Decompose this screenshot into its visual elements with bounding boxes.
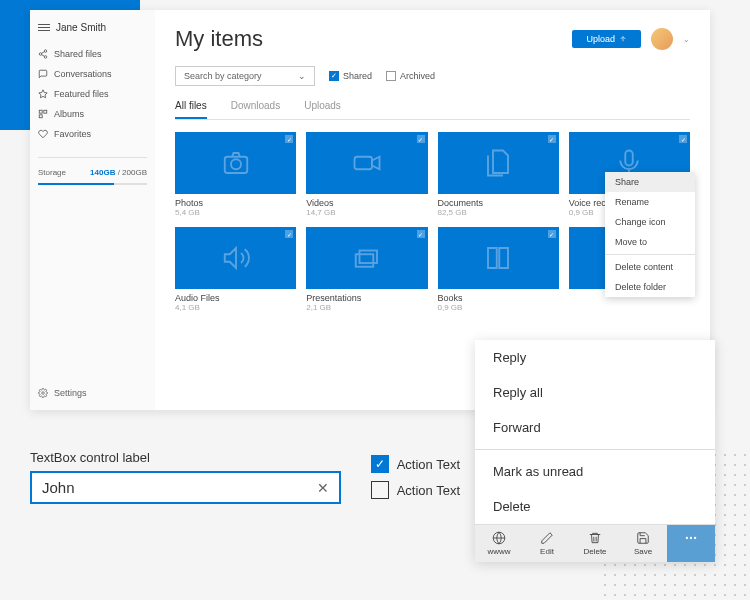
video-icon — [352, 148, 382, 178]
storage-total: 200GB — [122, 168, 147, 177]
mail-context-menu: Reply Reply all Forward Mark as unread D… — [475, 340, 715, 562]
star-icon — [38, 89, 48, 99]
user-header[interactable]: Jane Smith — [38, 22, 147, 33]
book-icon — [483, 243, 513, 273]
albums-icon — [38, 109, 48, 119]
folder-photos[interactable]: ✓ Photos 5,4 GB — [175, 132, 296, 217]
sidebar-item-label: Albums — [54, 109, 84, 119]
svg-rect-4 — [39, 110, 42, 113]
page-title: My items — [175, 26, 263, 52]
sidebar: Jane Smith Shared files Conversations Fe… — [30, 10, 155, 410]
category-select[interactable]: Search by category ⌄ — [175, 66, 315, 86]
textbox-label: TextBox control label — [30, 450, 341, 465]
upload-button[interactable]: Upload — [572, 30, 641, 48]
sidebar-item-conversations[interactable]: Conversations — [38, 69, 147, 79]
context-delete-folder[interactable]: Delete folder — [605, 277, 695, 297]
sidebar-item-albums[interactable]: Albums — [38, 109, 147, 119]
action-checkbox-1[interactable]: ✓ Action Text — [371, 455, 460, 473]
filter-shared[interactable]: ✓ Shared — [329, 71, 372, 81]
chevron-down-icon: ⌄ — [298, 71, 306, 81]
svg-point-15 — [686, 537, 688, 539]
svg-rect-11 — [626, 151, 634, 166]
pencil-icon — [540, 531, 554, 545]
checkbox-checked-icon: ✓ — [371, 455, 389, 473]
checkbox-icon — [386, 71, 396, 81]
chevron-down-icon[interactable]: ⌄ — [683, 35, 690, 44]
upload-icon — [619, 35, 627, 43]
sidebar-item-shared-files[interactable]: Shared files — [38, 49, 147, 59]
svg-point-0 — [44, 50, 47, 53]
speaker-icon — [221, 243, 251, 273]
svg-rect-6 — [39, 115, 42, 118]
folder-videos[interactable]: ✓ Videos 14,7 GB — [306, 132, 427, 217]
avatar[interactable] — [651, 28, 673, 50]
tab-downloads[interactable]: Downloads — [231, 100, 280, 119]
folder-presentations[interactable]: ✓ Presentations 2,1 GB — [306, 227, 427, 312]
context-move-to[interactable]: Move to — [605, 232, 695, 252]
sidebar-item-label: Favorites — [54, 129, 91, 139]
textbox-wrap: ✕ — [30, 471, 341, 504]
action-checkbox-2[interactable]: Action Text — [371, 481, 460, 499]
context-change-icon[interactable]: Change icon — [605, 212, 695, 232]
tool-save[interactable]: Save — [619, 525, 667, 562]
checkbox-icon: ✓ — [329, 71, 339, 81]
sidebar-item-favorites[interactable]: Favorites — [38, 129, 147, 139]
camera-icon — [221, 148, 251, 178]
context-share[interactable]: Share — [605, 172, 695, 192]
sidebar-item-label: Shared files — [54, 49, 102, 59]
svg-point-17 — [694, 537, 696, 539]
folder-books[interactable]: ✓ Books 0,9 GB — [438, 227, 559, 312]
svg-point-7 — [42, 392, 45, 395]
svg-marker-3 — [39, 90, 47, 98]
svg-rect-10 — [354, 157, 372, 170]
mail-reply[interactable]: Reply — [475, 340, 715, 375]
tool-wwww[interactable]: wwww — [475, 525, 523, 562]
filter-archived[interactable]: Archived — [386, 71, 435, 81]
tool-edit[interactable]: Edit — [523, 525, 571, 562]
svg-point-2 — [44, 56, 47, 59]
user-name: Jane Smith — [56, 22, 106, 33]
trash-icon — [588, 531, 602, 545]
storage-section: Storage 140GB / 200GB — [38, 157, 147, 185]
sidebar-item-label: Featured files — [54, 89, 109, 99]
context-rename[interactable]: Rename — [605, 192, 695, 212]
svg-point-9 — [231, 159, 241, 169]
folder-audio[interactable]: ✓ Audio Files 4,1 GB — [175, 227, 296, 312]
gear-icon — [38, 388, 48, 398]
tool-more[interactable] — [667, 525, 715, 562]
mail-forward[interactable]: Forward — [475, 410, 715, 445]
tool-delete[interactable]: Delete — [571, 525, 619, 562]
folder-documents[interactable]: ✓ Documents 82,5 GB — [438, 132, 559, 217]
tab-all-files[interactable]: All files — [175, 100, 207, 119]
sidebar-item-label: Conversations — [54, 69, 112, 79]
mail-reply-all[interactable]: Reply all — [475, 375, 715, 410]
chat-icon — [38, 69, 48, 79]
context-delete-content[interactable]: Delete content — [605, 257, 695, 277]
form-section: TextBox control label ✕ ✓ Action Text Ac… — [30, 450, 460, 504]
clear-icon[interactable]: ✕ — [317, 480, 329, 496]
mail-toolbar: wwww Edit Delete Save — [475, 524, 715, 562]
svg-rect-12 — [359, 251, 377, 264]
svg-point-1 — [39, 53, 42, 56]
tabs: All files Downloads Uploads — [175, 100, 690, 120]
svg-rect-13 — [356, 254, 374, 267]
settings-link[interactable]: Settings — [38, 388, 87, 398]
storage-used: 140GB — [90, 168, 115, 177]
svg-rect-5 — [44, 110, 47, 113]
tab-uploads[interactable]: Uploads — [304, 100, 341, 119]
storage-bar — [38, 183, 147, 185]
storage-label: Storage — [38, 168, 66, 177]
slides-icon — [352, 243, 382, 273]
documents-icon — [483, 148, 513, 178]
heart-icon — [38, 129, 48, 139]
mail-delete[interactable]: Delete — [475, 489, 715, 524]
save-icon — [636, 531, 650, 545]
checkbox-unchecked-icon — [371, 481, 389, 499]
globe-icon — [492, 531, 506, 545]
mail-mark-unread[interactable]: Mark as unread — [475, 454, 715, 489]
context-menu: Share Rename Change icon Move to Delete … — [605, 172, 695, 297]
textbox-input[interactable] — [42, 479, 317, 496]
sidebar-item-featured[interactable]: Featured files — [38, 89, 147, 99]
hamburger-icon[interactable] — [38, 24, 50, 31]
share-icon — [38, 49, 48, 59]
